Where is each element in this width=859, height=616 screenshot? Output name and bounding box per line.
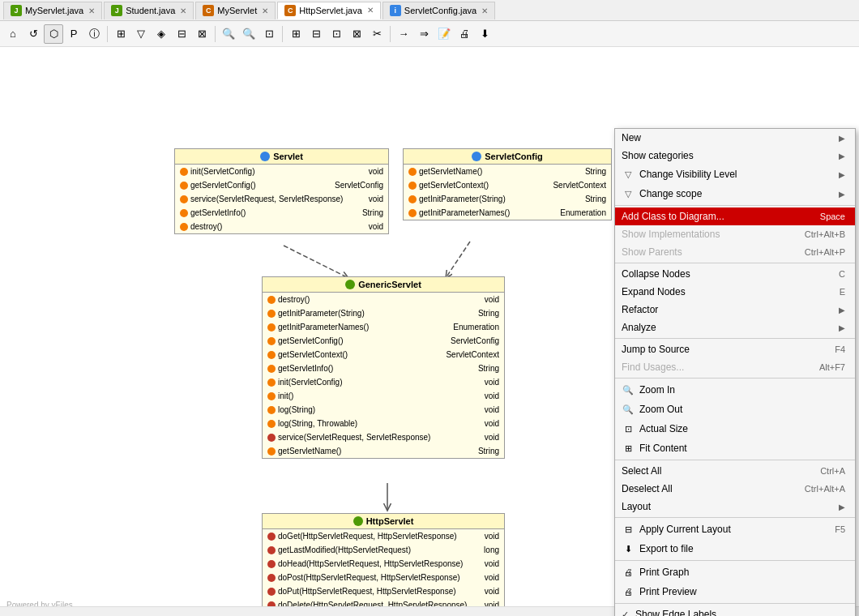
menu-item-analyze[interactable]: Analyze ▶ <box>615 319 855 336</box>
method-init: init(ServletConfig) void <box>175 165 388 178</box>
method-icon5 <box>180 223 188 231</box>
menu-item-fit-content[interactable]: ⊞ Fit Content <box>615 438 855 458</box>
sep-7 <box>615 560 855 561</box>
gs-icon7 <box>267 379 276 387</box>
menu-item-change-scope[interactable]: ▽ Change scope ▶ <box>615 184 855 203</box>
refresh-btn[interactable]: ↺ <box>24 24 43 44</box>
menu-item-expand-nodes[interactable]: Expand Nodes E <box>615 283 855 301</box>
hs-icon3 <box>267 560 276 568</box>
scope-btn[interactable]: ◈ <box>152 24 171 44</box>
menu-label-change-visibility: Change Visibility Level <box>639 169 737 180</box>
print-btn[interactable]: 🖨 <box>455 24 474 44</box>
tab-student-java[interactable]: J Student.java ✕ <box>104 2 194 19</box>
menu-item-show-categories[interactable]: Show categories ▶ <box>615 147 855 165</box>
method-sc4: getInitParameterNames() Enumeration <box>404 206 611 220</box>
menu-label-select-all: Select All <box>622 465 661 477</box>
sc-icon1 <box>408 168 417 176</box>
uml-box-servletconfig[interactable]: ServletConfig getServletName() String ge… <box>403 148 612 220</box>
funnel-btn[interactable]: ▽ <box>131 24 151 44</box>
info-btn[interactable]: ⓘ <box>84 24 104 44</box>
gs-icon11 <box>267 434 276 442</box>
menu-label-zoom-in: Zoom In <box>639 384 675 396</box>
svg-line-0 <box>284 246 348 278</box>
menu-item-show-edge-labels[interactable]: ✓ Show Edge Labels <box>615 605 855 616</box>
menu-item-zoom-out[interactable]: 🔍 Zoom Out <box>615 400 855 419</box>
tab-servletconfig-java[interactable]: i ServletConfig.java ✕ <box>382 2 495 19</box>
shortcut-select-all: Ctrl+A <box>820 466 845 476</box>
shortcut-expand: E <box>840 287 845 297</box>
menu-item-print-preview[interactable]: 🖨 Print Preview <box>615 582 855 601</box>
filter-btn[interactable]: ⊞ <box>111 24 130 44</box>
copy-btn[interactable]: ⊡ <box>327 24 346 44</box>
prop-btn[interactable]: P <box>64 24 83 44</box>
move-btn[interactable]: ⊟ <box>306 24 326 44</box>
tab-myservlet-java[interactable]: J MyServlet.java ✕ <box>3 2 102 19</box>
layout2-btn[interactable]: ⊠ <box>192 24 212 44</box>
hs-icon5 <box>267 588 276 596</box>
method-getservletconfig: getServletConfig() ServletConfig <box>175 178 388 192</box>
tab-close-3[interactable]: ✕ <box>262 6 268 15</box>
check-icon: ✓ <box>622 610 629 617</box>
menu-label-refactor: Refactor <box>622 304 658 315</box>
export-icon: ⬇ <box>622 542 635 555</box>
tab-bar: J MyServlet.java ✕ J Student.java ✕ C My… <box>0 0 859 21</box>
menu-label-find-usages: Find Usages... <box>622 361 684 373</box>
tab-close-2[interactable]: ✕ <box>180 6 186 15</box>
fit-btn[interactable]: ⊡ <box>259 24 279 44</box>
gs-icon6 <box>267 365 276 373</box>
arrow-refactor: ▶ <box>839 306 845 314</box>
sep-6 <box>615 517 855 518</box>
uml-header-genericservlet: GenericServlet <box>263 277 504 293</box>
servlet-title: Servlet <box>273 152 303 161</box>
zoom-out-btn[interactable]: 🔍 <box>219 24 238 44</box>
zoom-in-btn[interactable]: 🔍 <box>239 24 259 44</box>
menu-item-add-class[interactable]: Add Class to Diagram... Space <box>615 207 855 225</box>
tab-myservlet[interactable]: C MyServlet ✕ <box>195 2 276 19</box>
method-icon <box>180 168 188 176</box>
uml-box-servlet[interactable]: Servlet init(ServletConfig) void getServ… <box>174 148 389 234</box>
hs-icon4 <box>267 574 276 582</box>
tab-close-4[interactable]: ✕ <box>367 6 374 15</box>
menu-item-collapse-nodes[interactable]: Collapse Nodes C <box>615 265 855 283</box>
menu-item-print-graph[interactable]: 🖨 Print Graph <box>615 563 855 582</box>
menu-label-actual-size: Actual Size <box>639 423 688 434</box>
arrow2-btn[interactable]: ⇒ <box>414 24 434 44</box>
sep-2 <box>615 263 855 263</box>
arrow1-btn[interactable]: → <box>394 24 413 44</box>
actual-size-icon: ⊡ <box>622 422 635 435</box>
tab-close[interactable]: ✕ <box>88 6 95 15</box>
export-btn[interactable]: ⬇ <box>475 24 494 44</box>
shortcut-find-usages: Alt+F7 <box>819 362 845 372</box>
menu-item-select-all[interactable]: Select All Ctrl+A <box>615 462 855 480</box>
method-destroy: destroy() void <box>175 220 388 233</box>
select-btn[interactable]: ⊞ <box>286 24 306 44</box>
menu-item-apply-layout[interactable]: ⊟ Apply Current Layout F5 <box>615 520 855 539</box>
menu-label-collapse: Collapse Nodes <box>622 268 690 280</box>
menu-item-new[interactable]: New ▶ <box>615 129 855 147</box>
tab-httpservlet-java[interactable]: C HttpServlet.java ✕ <box>277 2 381 19</box>
paste-btn[interactable]: ⊠ <box>347 24 366 44</box>
tab-label-5: ServletConfig.java <box>404 6 477 15</box>
menu-item-refactor[interactable]: Refactor ▶ <box>615 301 855 319</box>
menu-label-change-scope: Change scope <box>639 188 702 199</box>
menu-item-actual-size[interactable]: ⊡ Actual Size <box>615 419 855 438</box>
menu-item-deselect-all[interactable]: Deselect All Ctrl+Alt+A <box>615 480 855 498</box>
menu-item-jump-to-source[interactable]: Jump to Source F4 <box>615 340 855 358</box>
cut-btn[interactable]: ✂ <box>367 24 387 44</box>
menu-item-layout[interactable]: Layout ▶ <box>615 498 855 515</box>
uml-box-httpservlet[interactable]: HttpServlet doGet(HttpServletRequest, Ht… <box>262 513 505 616</box>
shortcut-jump-to-source: F4 <box>835 344 845 354</box>
tab-close-5[interactable]: ✕ <box>481 6 488 15</box>
layout-btn[interactable]: ⊟ <box>172 24 191 44</box>
diagram-btn[interactable]: ⬡ <box>44 24 63 44</box>
home-btn[interactable]: ⌂ <box>3 24 23 44</box>
menu-label-print-graph: Print Graph <box>639 567 689 578</box>
menu-item-change-visibility[interactable]: ▽ Change Visibility Level ▶ <box>615 165 855 184</box>
menu-item-zoom-in[interactable]: 🔍 Zoom In <box>615 380 855 400</box>
uml-box-genericservlet[interactable]: GenericServlet destroy()void getInitPara… <box>262 276 505 459</box>
menu-label-print-preview: Print Preview <box>639 586 697 597</box>
sep-5 <box>615 460 855 460</box>
menu-item-export[interactable]: ⬇ Export to file <box>615 539 855 558</box>
note-btn[interactable]: 📝 <box>434 24 454 44</box>
tab-label-4: HttpServlet.java <box>299 6 362 15</box>
